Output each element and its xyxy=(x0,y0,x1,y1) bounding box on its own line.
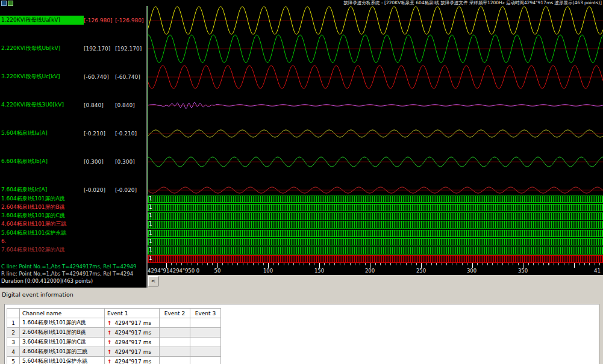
digital-channel-row[interactable]: 4.604柘泉Ⅰ线101屏的三跳 xyxy=(0,220,146,229)
event-2-cell xyxy=(160,347,190,357)
channel-name[interactable]: 5.604柘泉Ⅰ线Ia[A] xyxy=(0,129,84,138)
row-number-cell: 4 xyxy=(7,347,20,357)
digital-channel-row[interactable]: 7.604柘泉Ⅰ线102屏的A跳 xyxy=(0,246,146,254)
row-number-cell: 1 xyxy=(7,318,20,328)
scroll-left-button[interactable]: < xyxy=(148,276,158,286)
digital-channel-row[interactable]: 6. xyxy=(0,237,146,245)
digital-state-bar xyxy=(148,230,603,238)
time-axis-label: 300 xyxy=(467,268,476,274)
digital-bar-row[interactable]: 1 xyxy=(148,246,603,254)
row-number-cell: 2 xyxy=(7,328,20,338)
digital-channel-name[interactable]: 4.604柘泉Ⅰ线101屏的三跳 xyxy=(1,220,67,228)
channel-name-cell: 1.604柘泉Ⅰ线101屏的A跳 xyxy=(20,318,105,328)
cursor-c-value: [-126.980] xyxy=(84,17,115,23)
digital-bar-row[interactable]: 1 xyxy=(148,220,603,229)
digital-bar-row[interactable]: 1 xyxy=(148,229,603,237)
cursor-c-value: [-60.740] xyxy=(84,74,115,80)
time-axis-label: 150 xyxy=(314,268,324,274)
time-axis-label: 4294"914294"950 0 xyxy=(148,268,199,274)
channel-name[interactable]: 6.604柘泉Ⅰ线Ib[A] xyxy=(0,157,84,166)
event-3-cell xyxy=(190,328,221,338)
analog-channel-row[interactable]: 2.220KVⅠ段母线Ub[kV] [192.170] [192.170] xyxy=(0,34,146,63)
digital-channel-row[interactable]: 3.604柘泉Ⅰ线101屏的C跳 xyxy=(0,212,146,220)
analog-channel-row[interactable]: 3.220KVⅠ段母线Uc[kV] [-60.740] [-60.740] xyxy=(0,63,146,91)
duration-status: Duration [0:00.412000](463 points) xyxy=(1,277,146,285)
table-row[interactable]: 5 5.604柘泉Ⅰ线101保护永跳 ↑4294"917 ms xyxy=(7,357,221,364)
analog-channel-list: 1.220KVⅠ段母线Ua[kV] [-126.980] [-126.980] … xyxy=(0,6,146,194)
analog-channel-row[interactable]: 6.604柘泉Ⅰ线Ib[A] [0.300] [0.300] xyxy=(0,147,146,176)
analog-channel-row[interactable]: 5.604柘泉Ⅰ线Ia[A] [-0.210] [-0.210] xyxy=(0,119,146,147)
fault-recorder-analyzer-window: 故障录波分析系统 - [220KV柘泉变 604柘泉Ⅰ线 故障录波文件 采样频率… xyxy=(0,0,603,364)
table-row[interactable]: 4 4.604柘泉Ⅰ线101屏的三跳 ↑4294"917 ms xyxy=(7,347,221,357)
event-1-cell: ↑4294"917 ms xyxy=(105,318,160,328)
digital-state-bar xyxy=(148,238,603,246)
analog-channel-row[interactable]: 4.220KVⅠ段母线3U0[kV] [0.840] [0.840] xyxy=(0,91,146,119)
digital-status-bars[interactable]: 1 1 1 1 1 1 xyxy=(148,194,603,263)
digital-channel-name[interactable]: 1.604柘泉Ⅰ线101屏的A跳 xyxy=(1,195,65,203)
cursor-status-block: C line: Point No.=1,Abs T=4294917ms, Rel… xyxy=(0,263,146,285)
digital-channel-row[interactable]: 2.604柘泉Ⅰ线101屏的B跳 xyxy=(0,203,146,211)
digital-channel-row[interactable] xyxy=(0,254,146,263)
rise-arrow-icon: ↑ xyxy=(107,320,112,326)
analog-channel-row[interactable]: 7.604柘泉Ⅰ线Ic[A] [-0.020] [-0.020] xyxy=(0,176,146,194)
digital-bar-row[interactable]: 1 xyxy=(148,254,603,263)
cursor-r-value: [-0.020] xyxy=(115,187,146,193)
event-1-time: 4294"917 ms xyxy=(115,339,152,345)
event-1-cell: ↑4294"917 ms xyxy=(105,347,160,357)
time-axis-label: 200 xyxy=(365,268,375,274)
digital-channel-row[interactable]: 1.604柘泉Ⅰ线101屏的A跳 xyxy=(0,194,146,203)
event-2-cell xyxy=(160,357,190,364)
digital-channel-name[interactable]: 7.604柘泉Ⅰ线102屏的A跳 xyxy=(1,246,65,254)
row-number-cell: 3 xyxy=(7,338,20,347)
digital-bar-row[interactable]: 1 xyxy=(148,212,603,220)
channel-name[interactable]: 2.220KVⅠ段母线Ub[kV] xyxy=(0,44,84,53)
rise-arrow-icon: ↑ xyxy=(107,339,112,345)
digital-channel-name[interactable]: 5.604柘泉Ⅰ线101保护永跳 xyxy=(1,229,67,237)
time-axis-label: 50 xyxy=(214,268,221,274)
title-icons xyxy=(1,1,13,6)
event-1-cell: ↑4294"917 ms xyxy=(105,328,160,338)
digital-bar-row[interactable]: 1 xyxy=(148,237,603,245)
digital-bar-row[interactable]: 1 xyxy=(148,194,603,203)
rise-arrow-icon: ↑ xyxy=(107,359,112,364)
title-bar: 故障录波分析系统 - [220KV柘泉变 604柘泉Ⅰ线 故障录波文件 采样频率… xyxy=(0,0,603,6)
time-axis-label: 100 xyxy=(263,268,273,274)
r-cursor-status: R line: Point No.=1,Abs T=4294917ms, Rel… xyxy=(1,270,146,277)
digital-bar-value: 1 xyxy=(149,246,152,254)
table-row[interactable]: 3 3.604柘泉Ⅰ线101屏的C跳 ↑4294"917 ms xyxy=(7,338,221,347)
digital-channel-name[interactable]: 6. xyxy=(1,238,7,244)
window-title: 故障录波分析系统 - [220KV柘泉变 604柘泉Ⅰ线 故障录波文件 采样频率… xyxy=(157,0,602,6)
event-2-cell xyxy=(160,328,190,338)
channel-name[interactable]: 7.604柘泉Ⅰ线Ic[A] xyxy=(0,185,84,194)
table-row[interactable]: 1 1.604柘泉Ⅰ线101屏的A跳 ↑4294"917 ms xyxy=(7,318,221,328)
wave-icon[interactable] xyxy=(8,1,13,6)
horizontal-scrollbar[interactable]: < xyxy=(148,275,603,288)
cursor-r-value: [-60.740] xyxy=(115,74,146,80)
cursor-r-value: [0.840] xyxy=(115,102,146,108)
digital-channel-row[interactable]: 5.604柘泉Ⅰ线101保护永跳 xyxy=(0,229,146,237)
analog-channel-row[interactable]: 1.220KVⅠ段母线Ua[kV] [-126.980] [-126.980] xyxy=(0,6,146,34)
time-axis[interactable]: 4294"914294"950 0 50 100 150 200 250 300… xyxy=(148,263,603,275)
window-icon[interactable] xyxy=(1,1,7,6)
digital-event-table: Channel name Event 1 Event 2 Event 3 1 1… xyxy=(7,308,221,364)
table-header-row: Channel name Event 1 Event 2 Event 3 xyxy=(7,309,221,318)
event-3-cell xyxy=(190,338,221,347)
cursor-r-value: [-126.980] xyxy=(115,17,146,23)
digital-channel-name[interactable]: 2.604柘泉Ⅰ线101屏的B跳 xyxy=(1,203,65,211)
event-3-cell xyxy=(190,318,221,328)
channel-name[interactable]: 4.220KVⅠ段母线3U0[kV] xyxy=(0,100,84,110)
digital-channel-name[interactable]: 3.604柘泉Ⅰ线101屏的C跳 xyxy=(1,212,65,220)
event-information-section: Digital event information Channel name E… xyxy=(0,288,603,364)
digital-bar-value: 1 xyxy=(149,220,152,228)
cursor-r-value: [-0.210] xyxy=(115,131,146,137)
digital-bar-row[interactable]: 1 xyxy=(148,203,603,211)
cursor-c-value: [-0.210] xyxy=(84,131,115,137)
channel-name[interactable]: 3.220KVⅠ段母线Uc[kV] xyxy=(0,72,84,81)
cursor-c-value: [192.170] xyxy=(84,46,115,52)
table-row[interactable]: 2 2.604柘泉Ⅰ线101屏的B跳 ↑4294"917 ms xyxy=(7,328,221,338)
channel-name[interactable]: 1.220KVⅠ段母线Ua[kV] xyxy=(0,16,84,25)
cursor-c-value: [-0.020] xyxy=(84,187,115,193)
time-axis-ticks xyxy=(148,263,603,268)
rise-arrow-icon: ↑ xyxy=(107,349,112,355)
analog-waveform-area[interactable] xyxy=(148,6,603,194)
